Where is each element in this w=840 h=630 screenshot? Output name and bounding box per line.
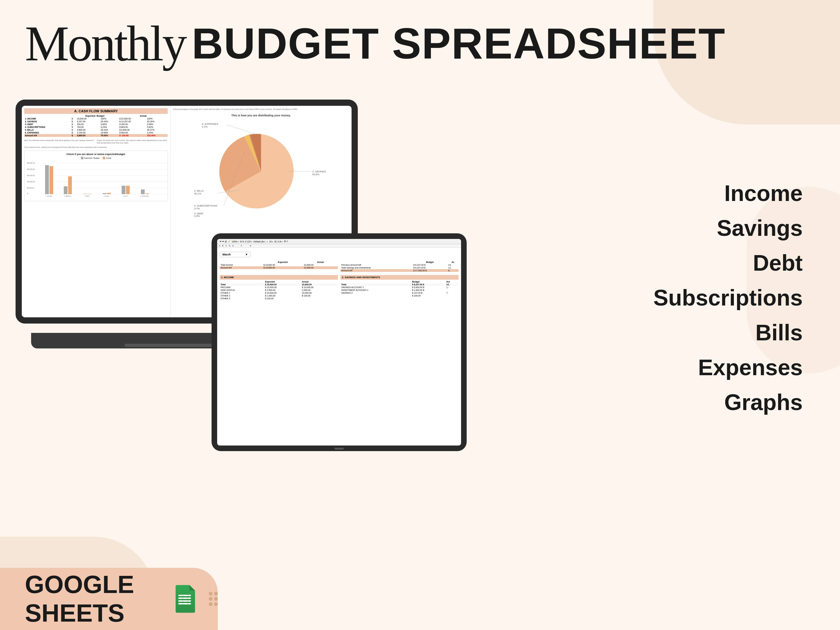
feature-graphs: Graphs	[653, 390, 803, 415]
col-expected: Expected / Budget	[71, 114, 118, 117]
pie-disclaimer: If the percentages in the graph don't ma…	[173, 108, 349, 111]
income-table: Expected Actual Total $ 23,600.00 22,600…	[219, 280, 338, 300]
svg-text:30.1%: 30.1%	[194, 192, 201, 195]
google-sheets-badge: GOOGLE SHEETS	[0, 568, 218, 630]
legend-expected-box	[81, 157, 84, 159]
feature-debt: Debt	[653, 250, 803, 276]
cf-row-amount-left: Amount left $ 5,800.00 75.42% $ -104.00 …	[24, 134, 168, 137]
svg-rect-19	[88, 194, 92, 194]
svg-text:$20,000.00: $20,000.00	[27, 168, 35, 170]
cf-note-negative: Oops! You went over your income. You nee…	[97, 139, 168, 144]
svg-rect-13	[49, 166, 53, 194]
svg-text:6. EXPENSES: 6. EXPENSES	[202, 123, 218, 125]
svg-rect-27	[141, 189, 145, 194]
cf-row-expenses: 6. EXPENSES $ 3,700.00 15.68% $ 504.00 2…	[24, 131, 168, 134]
savings-section-header: 2. SAVINGS AND INVESTMENTS	[340, 275, 459, 280]
pie-title: This is how you are distributing your mo…	[173, 114, 349, 117]
total-savings-row: Total Savings and Investments $ 6,237.00…	[340, 266, 459, 269]
cf-row-debt: 3. DEBT $ 200.00 0.85% $ 200.00 0.88%	[24, 123, 168, 126]
svg-text:$25,000.00: $25,000.00	[27, 162, 35, 164]
feature-savings: Savings	[653, 215, 803, 241]
feature-bills: Bills	[653, 320, 803, 345]
svg-rect-15	[64, 186, 68, 194]
bar-chart: Check if you are above or below expected…	[24, 151, 168, 201]
total-income-row: Total Income $ 23,600.00 22,600.00	[219, 264, 338, 266]
svg-rect-44	[178, 595, 191, 596]
cf-italic-note: If you earned more, saved more and payed…	[24, 146, 168, 148]
svg-text:5. BILLS: 5. BILLS	[194, 189, 204, 192]
svg-rect-12	[45, 165, 49, 194]
cf-note-positive: Hey! You still have some money left, how…	[24, 139, 95, 144]
tablet-summary-left: Expected Actual Total Income $ 23,600.00…	[219, 261, 338, 269]
header-monthly-text: Monthly	[25, 19, 185, 68]
google-sheets-logo	[174, 579, 196, 619]
tablet-home-button	[335, 448, 344, 450]
svg-text:$15,000.00: $15,000.00	[27, 175, 35, 177]
cf-row-bills: 5. BILLS $ 6,900.00 29.24% $ 6,840.00 30…	[24, 128, 168, 131]
svg-text:4. SUBS...: 4. SUBS...	[104, 195, 110, 197]
svg-rect-18	[84, 194, 87, 194]
svg-rect-47	[178, 603, 191, 604]
pie-chart-svg: 2. SAVINGS 63.0% 5. BILLS 30.1% 4. SUBSC…	[177, 118, 345, 218]
bar-chart-svg: $25,000.00 $20,000.00 $15,000.00 $10,000…	[27, 161, 169, 198]
bar-chart-legend: Expected / Budget Actual	[27, 157, 166, 159]
cf-row-income: 1. INCOME $ 23,600.00 100% $ 22,600.00 1…	[24, 117, 168, 120]
svg-rect-22	[107, 193, 111, 194]
feature-income: Income	[653, 180, 803, 206]
svg-text:0.9%: 0.9%	[194, 215, 200, 218]
legend-actual-box	[103, 157, 105, 159]
tablet-inner: ⬅ ➡ 🖨 📝 100% • $ % .0 123 • Default (Ari…	[217, 239, 461, 445]
legend-expected: Expected / Budget	[81, 157, 99, 159]
decorative-dots	[209, 592, 218, 606]
cash-flow-table: Expected / Budget Actual 1. INCOME $ 23,…	[24, 114, 168, 137]
tablet-toolbar: ⬅ ➡ 🖨 📝 100% • $ % .0 123 • Default (Ari…	[217, 239, 461, 244]
svg-rect-24	[122, 186, 125, 194]
svg-text:5. BILLS: 5. BILLS	[123, 195, 128, 197]
svg-rect-28	[145, 194, 149, 194]
cash-flow-title: A. CASH FLOW SUMMARY	[24, 108, 168, 114]
svg-rect-21	[103, 193, 106, 194]
header-budget-text: BUDGET SPREADSHEET	[192, 22, 726, 65]
svg-text:2. SAVINGS: 2. SAVINGS	[313, 170, 326, 173]
google-sheets-text: GOOGLE SHEETS	[25, 570, 165, 627]
income-section-header: 1. INCOME	[219, 275, 338, 280]
svg-text:$10,000.00: $10,000.00	[27, 181, 35, 183]
svg-line-41	[227, 125, 256, 134]
legend-actual: Actual	[103, 157, 111, 159]
svg-text:2. SAVINGS: 2. SAVINGS	[64, 195, 71, 197]
cf-row-savings: 2. SAVINGS $ 6,237.00 26.43% $ 14,297.00…	[24, 120, 168, 123]
svg-text:$-: $-	[27, 193, 28, 194]
svg-rect-16	[68, 177, 72, 194]
col-actual: Actual	[119, 114, 168, 117]
tablet-content: March ▼ Expected Actual	[217, 248, 461, 302]
toolbar-icons: ⬅ ➡ 🖨 📝	[219, 240, 230, 243]
svg-rect-46	[178, 600, 191, 602]
svg-rect-48	[182, 595, 183, 605]
feature-subscriptions: Subscriptions	[653, 285, 803, 311]
cf-row-subscriptions: 4. SUBSCRIPTIONS $ 763.00 3.23% $ 863.00…	[24, 126, 168, 128]
svg-text:63.0%: 63.0%	[313, 173, 319, 176]
month-dropdown[interactable]: March ▼	[219, 252, 251, 257]
svg-rect-25	[126, 186, 130, 194]
svg-rect-49	[187, 595, 188, 605]
formula-bar: A B C D E F G	[217, 244, 461, 248]
header: Monthly BUDGET SPREADSHEET	[25, 19, 815, 68]
svg-text:2.2%: 2.2%	[202, 125, 207, 128]
tablet-mockup: ⬅ ➡ 🖨 📝 100% • $ % .0 123 • Default (Ari…	[212, 233, 467, 451]
tablet-summary-right: Budget Ac Previous amount left $ 6,237.0…	[340, 261, 459, 272]
amount-left-row: Amount left $ 23,600.00 22,600.00	[219, 266, 338, 269]
svg-text:1. INCOME: 1. INCOME	[46, 195, 52, 197]
svg-rect-45	[178, 598, 191, 599]
savings-table: Budget Act Total $ 6,237.00 $ 14, SAVING…	[340, 280, 459, 297]
tablet-outer: ⬅ ➡ 🖨 📝 100% • $ % .0 123 • Default (Ari…	[212, 233, 467, 451]
bar-chart-title: Check if you are above or below expected…	[27, 153, 166, 156]
svg-text:3.7%: 3.7%	[194, 207, 200, 210]
amount-left2-row: Amount left $ 17,363.00 $ 8,	[340, 269, 459, 272]
feature-expenses: Expenses	[653, 355, 803, 380]
features-list: Income Savings Debt Subscriptions Bills …	[653, 180, 803, 415]
sheet-left: A. CASH FLOW SUMMARY Expected / Budget A…	[22, 106, 170, 317]
svg-text:6. EXPENSES: 6. EXPENSES	[141, 195, 149, 197]
svg-text:$5,000.00: $5,000.00	[27, 187, 34, 189]
svg-text:4. SUBSCRIPTIONS: 4. SUBSCRIPTIONS	[194, 204, 217, 207]
pie-area: If the percentages in the graph don't ma…	[173, 108, 349, 218]
